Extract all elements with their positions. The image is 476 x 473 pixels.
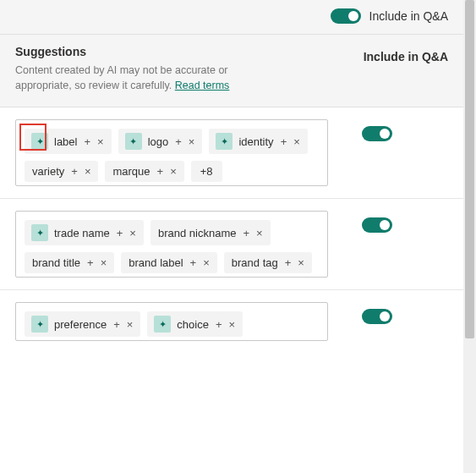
chip-box: ✦ preference + × ✦ choice + × xyxy=(15,302,328,341)
add-icon[interactable]: + xyxy=(189,256,198,269)
overflow-label: +8 xyxy=(200,165,214,178)
chip[interactable]: ✦ logo + × xyxy=(118,129,203,154)
sparkle-icon: ✦ xyxy=(216,133,233,150)
chip[interactable]: brand tag + × xyxy=(224,252,312,273)
chip[interactable]: marque + × xyxy=(105,161,183,182)
close-icon[interactable]: × xyxy=(96,135,105,148)
chip-label: marque xyxy=(112,165,150,178)
suggestion-row: ✦ preference + × ✦ choice + × xyxy=(0,290,463,353)
column-header-include: Include in Q&A xyxy=(364,45,448,63)
chip-label: identity xyxy=(238,135,274,148)
close-icon[interactable]: × xyxy=(188,135,196,148)
sparkle-icon: ✦ xyxy=(31,224,48,241)
chip-label: choice xyxy=(176,318,210,331)
chip[interactable]: ✦ preference + × xyxy=(25,311,140,337)
include-qna-toggle[interactable] xyxy=(362,126,392,141)
add-icon[interactable]: + xyxy=(86,256,95,269)
close-icon[interactable]: × xyxy=(297,256,305,269)
add-icon[interactable]: + xyxy=(284,256,293,269)
add-icon[interactable]: + xyxy=(83,135,91,148)
close-icon[interactable]: × xyxy=(293,135,301,148)
chip[interactable]: ✦ identity + × xyxy=(209,129,307,154)
sparkle-icon: ✦ xyxy=(31,133,48,150)
close-icon[interactable]: × xyxy=(202,256,211,269)
add-icon[interactable]: + xyxy=(112,318,121,331)
chip[interactable]: ✦ choice + × xyxy=(147,311,243,337)
suggestions-title: Suggestions xyxy=(15,45,286,58)
chip-label: brand title xyxy=(31,256,81,269)
chip-label: brand tag xyxy=(231,256,279,269)
close-icon[interactable]: × xyxy=(169,165,178,178)
sparkle-icon: ✦ xyxy=(125,133,142,150)
include-qna-toggle-top[interactable] xyxy=(331,8,361,24)
top-bar: Include in Q&A xyxy=(0,0,463,35)
close-icon[interactable]: × xyxy=(126,318,134,331)
add-icon[interactable]: + xyxy=(174,135,183,148)
chip[interactable]: ✦ trade name + × xyxy=(25,220,144,245)
close-icon[interactable]: × xyxy=(255,227,264,239)
chip-label: brand nickname xyxy=(157,227,238,239)
chip[interactable]: brand nickname + × xyxy=(150,220,271,245)
chip-box: ✦ label + × ✦ logo + × ✦ identity + × va… xyxy=(15,119,328,186)
add-icon[interactable]: + xyxy=(116,227,124,239)
chip-label: trade name xyxy=(53,227,111,239)
scrollbar-thumb[interactable] xyxy=(465,0,474,338)
scrollbar[interactable] xyxy=(463,0,476,473)
read-terms-link[interactable]: Read terms xyxy=(175,80,230,91)
chip[interactable]: brand label + × xyxy=(121,252,217,273)
add-icon[interactable]: + xyxy=(156,165,165,178)
close-icon[interactable]: × xyxy=(100,256,108,269)
add-icon[interactable]: + xyxy=(215,318,223,331)
add-icon[interactable]: + xyxy=(280,135,288,148)
header-row: Suggestions Content created by AI may no… xyxy=(0,35,463,107)
suggestions-desc: Content created by AI may not be accurat… xyxy=(15,63,286,93)
overflow-chip[interactable]: +8 xyxy=(191,161,222,182)
chip[interactable]: brand title + × xyxy=(25,252,114,273)
include-qna-toggle[interactable] xyxy=(362,217,392,233)
chip-label: preference xyxy=(53,318,107,331)
add-icon[interactable]: + xyxy=(70,165,79,178)
sparkle-icon: ✦ xyxy=(154,316,171,333)
chip-label: brand label xyxy=(128,256,183,269)
sparkle-icon: ✦ xyxy=(31,316,48,333)
close-icon[interactable]: × xyxy=(84,165,92,178)
chip-label: label xyxy=(53,135,78,148)
suggestion-row: ✦ label + × ✦ logo + × ✦ identity + × va… xyxy=(0,107,463,199)
include-qna-toggle[interactable] xyxy=(362,309,392,324)
chip-label: variety xyxy=(31,165,65,178)
chip[interactable]: ✦ label + × xyxy=(25,129,112,154)
chip-box: ✦ trade name + × brand nickname + × bran… xyxy=(15,211,328,278)
add-icon[interactable]: + xyxy=(242,227,250,239)
close-icon[interactable]: × xyxy=(228,318,237,331)
chip[interactable]: variety + × xyxy=(25,161,98,182)
close-icon[interactable]: × xyxy=(129,227,137,239)
suggestion-row: ✦ trade name + × brand nickname + × bran… xyxy=(0,199,463,290)
include-qna-label-top: Include in Q&A xyxy=(369,9,448,23)
chip-label: logo xyxy=(147,135,170,148)
